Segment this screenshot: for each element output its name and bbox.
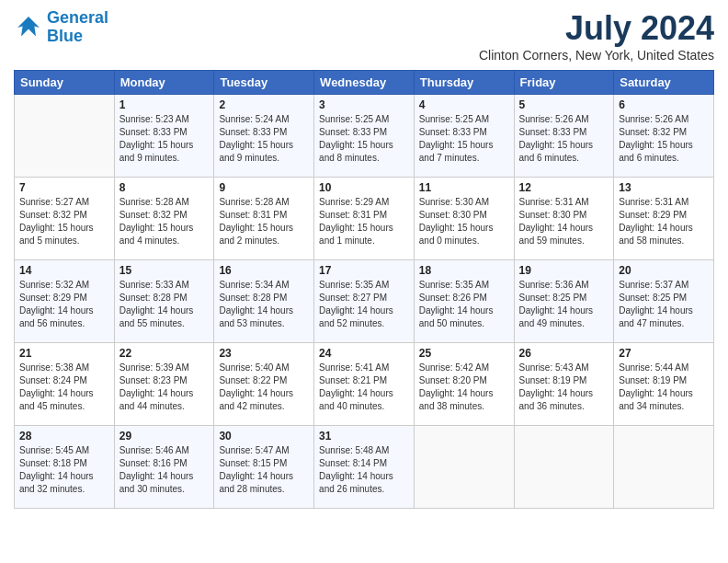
day-number: 11 bbox=[419, 181, 509, 194]
day-info: Sunrise: 5:34 AM Sunset: 8:28 PM Dayligh… bbox=[219, 279, 309, 330]
calendar-cell: 17Sunrise: 5:35 AM Sunset: 8:27 PM Dayli… bbox=[314, 260, 415, 343]
weekday-header-friday: Friday bbox=[514, 71, 614, 95]
day-info: Sunrise: 5:35 AM Sunset: 8:27 PM Dayligh… bbox=[319, 279, 409, 330]
calendar-cell: 26Sunrise: 5:43 AM Sunset: 8:19 PM Dayli… bbox=[514, 343, 614, 426]
calendar-cell: 3Sunrise: 5:25 AM Sunset: 8:33 PM Daylig… bbox=[314, 95, 415, 178]
day-number: 31 bbox=[319, 430, 409, 442]
day-number: 16 bbox=[219, 264, 309, 277]
month-title: July 2024 bbox=[479, 9, 714, 48]
day-info: Sunrise: 5:33 AM Sunset: 8:28 PM Dayligh… bbox=[119, 279, 210, 330]
calendar-cell: 16Sunrise: 5:34 AM Sunset: 8:28 PM Dayli… bbox=[214, 260, 314, 343]
weekday-header-monday: Monday bbox=[114, 71, 214, 95]
calendar-cell: 18Sunrise: 5:35 AM Sunset: 8:26 PM Dayli… bbox=[414, 260, 514, 343]
day-number: 22 bbox=[119, 347, 210, 360]
location: Clinton Corners, New York, United States bbox=[479, 48, 714, 63]
day-info: Sunrise: 5:26 AM Sunset: 8:33 PM Dayligh… bbox=[519, 113, 609, 165]
calendar-cell bbox=[15, 95, 115, 178]
calendar-cell: 19Sunrise: 5:36 AM Sunset: 8:25 PM Dayli… bbox=[514, 260, 614, 343]
svg-marker-0 bbox=[17, 17, 40, 37]
day-number: 30 bbox=[219, 430, 309, 442]
day-number: 2 bbox=[219, 98, 309, 111]
day-number: 9 bbox=[219, 181, 309, 194]
logo: General Blue bbox=[14, 9, 108, 46]
day-info: Sunrise: 5:36 AM Sunset: 8:25 PM Dayligh… bbox=[519, 279, 609, 330]
day-number: 15 bbox=[119, 264, 210, 277]
day-info: Sunrise: 5:43 AM Sunset: 8:19 PM Dayligh… bbox=[519, 362, 609, 413]
weekday-header-wednesday: Wednesday bbox=[314, 71, 415, 95]
calendar-cell: 6Sunrise: 5:26 AM Sunset: 8:32 PM Daylig… bbox=[614, 95, 714, 178]
day-info: Sunrise: 5:29 AM Sunset: 8:31 PM Dayligh… bbox=[319, 196, 409, 247]
day-number: 4 bbox=[419, 98, 509, 111]
calendar-cell: 21Sunrise: 5:38 AM Sunset: 8:24 PM Dayli… bbox=[15, 343, 115, 426]
day-info: Sunrise: 5:38 AM Sunset: 8:24 PM Dayligh… bbox=[19, 362, 109, 413]
day-info: Sunrise: 5:44 AM Sunset: 8:19 PM Dayligh… bbox=[619, 362, 709, 413]
day-info: Sunrise: 5:46 AM Sunset: 8:16 PM Dayligh… bbox=[119, 444, 210, 496]
day-number: 26 bbox=[519, 347, 609, 360]
day-info: Sunrise: 5:42 AM Sunset: 8:20 PM Dayligh… bbox=[419, 362, 509, 413]
day-number: 27 bbox=[619, 347, 709, 360]
day-info: Sunrise: 5:32 AM Sunset: 8:29 PM Dayligh… bbox=[19, 279, 109, 330]
day-info: Sunrise: 5:28 AM Sunset: 8:31 PM Dayligh… bbox=[219, 196, 309, 247]
day-number: 3 bbox=[319, 98, 409, 111]
day-number: 24 bbox=[319, 347, 409, 360]
calendar-cell: 28Sunrise: 5:45 AM Sunset: 8:18 PM Dayli… bbox=[15, 426, 115, 509]
calendar-cell: 24Sunrise: 5:41 AM Sunset: 8:21 PM Dayli… bbox=[314, 343, 415, 426]
calendar-cell: 13Sunrise: 5:31 AM Sunset: 8:29 PM Dayli… bbox=[614, 178, 714, 260]
calendar-table: SundayMondayTuesdayWednesdayThursdayFrid… bbox=[14, 70, 714, 509]
title-block: July 2024 Clinton Corners, New York, Uni… bbox=[479, 9, 714, 63]
calendar-cell: 23Sunrise: 5:40 AM Sunset: 8:22 PM Dayli… bbox=[214, 343, 314, 426]
calendar-cell: 5Sunrise: 5:26 AM Sunset: 8:33 PM Daylig… bbox=[514, 95, 614, 178]
weekday-header-saturday: Saturday bbox=[614, 71, 714, 95]
day-info: Sunrise: 5:37 AM Sunset: 8:25 PM Dayligh… bbox=[619, 279, 709, 330]
calendar-cell: 1Sunrise: 5:23 AM Sunset: 8:33 PM Daylig… bbox=[114, 95, 214, 178]
day-info: Sunrise: 5:35 AM Sunset: 8:26 PM Dayligh… bbox=[419, 279, 509, 330]
day-info: Sunrise: 5:47 AM Sunset: 8:15 PM Dayligh… bbox=[219, 444, 309, 496]
calendar-week-row: 7Sunrise: 5:27 AM Sunset: 8:32 PM Daylig… bbox=[15, 178, 714, 260]
weekday-header-sunday: Sunday bbox=[15, 71, 115, 95]
calendar-cell: 12Sunrise: 5:31 AM Sunset: 8:30 PM Dayli… bbox=[514, 178, 614, 260]
day-info: Sunrise: 5:31 AM Sunset: 8:29 PM Dayligh… bbox=[619, 196, 709, 247]
calendar-cell: 8Sunrise: 5:28 AM Sunset: 8:32 PM Daylig… bbox=[114, 178, 214, 260]
logo-icon bbox=[14, 13, 43, 42]
logo-line2: Blue bbox=[47, 27, 83, 45]
calendar-cell bbox=[614, 426, 714, 509]
day-info: Sunrise: 5:40 AM Sunset: 8:22 PM Dayligh… bbox=[219, 362, 309, 413]
calendar-cell: 2Sunrise: 5:24 AM Sunset: 8:33 PM Daylig… bbox=[214, 95, 314, 178]
day-number: 18 bbox=[419, 264, 509, 277]
calendar-week-row: 28Sunrise: 5:45 AM Sunset: 8:18 PM Dayli… bbox=[15, 426, 714, 509]
calendar-cell: 11Sunrise: 5:30 AM Sunset: 8:30 PM Dayli… bbox=[414, 178, 514, 260]
calendar-cell: 4Sunrise: 5:25 AM Sunset: 8:33 PM Daylig… bbox=[414, 95, 514, 178]
day-info: Sunrise: 5:31 AM Sunset: 8:30 PM Dayligh… bbox=[519, 196, 609, 247]
day-number: 12 bbox=[519, 181, 609, 194]
day-number: 29 bbox=[119, 430, 210, 442]
weekday-header-tuesday: Tuesday bbox=[214, 71, 314, 95]
day-number: 10 bbox=[319, 181, 409, 194]
day-number: 5 bbox=[519, 98, 609, 111]
calendar-header-row: SundayMondayTuesdayWednesdayThursdayFrid… bbox=[15, 71, 714, 95]
day-number: 23 bbox=[219, 347, 309, 360]
day-number: 17 bbox=[319, 264, 409, 277]
calendar-cell: 22Sunrise: 5:39 AM Sunset: 8:23 PM Dayli… bbox=[114, 343, 214, 426]
calendar-cell bbox=[414, 426, 514, 509]
calendar-cell: 10Sunrise: 5:29 AM Sunset: 8:31 PM Dayli… bbox=[314, 178, 415, 260]
day-number: 6 bbox=[619, 98, 709, 111]
day-number: 21 bbox=[19, 347, 109, 360]
day-info: Sunrise: 5:39 AM Sunset: 8:23 PM Dayligh… bbox=[119, 362, 210, 413]
calendar-cell: 7Sunrise: 5:27 AM Sunset: 8:32 PM Daylig… bbox=[15, 178, 115, 260]
day-number: 20 bbox=[619, 264, 709, 277]
page-header: General Blue July 2024 Clinton Corners, … bbox=[14, 9, 714, 63]
day-number: 1 bbox=[119, 98, 210, 111]
calendar-cell: 15Sunrise: 5:33 AM Sunset: 8:28 PM Dayli… bbox=[114, 260, 214, 343]
logo-line1: General bbox=[47, 8, 108, 27]
calendar-cell: 20Sunrise: 5:37 AM Sunset: 8:25 PM Dayli… bbox=[614, 260, 714, 343]
calendar-week-row: 1Sunrise: 5:23 AM Sunset: 8:33 PM Daylig… bbox=[15, 95, 714, 178]
weekday-header-thursday: Thursday bbox=[414, 71, 514, 95]
calendar-cell bbox=[514, 426, 614, 509]
day-number: 14 bbox=[19, 264, 109, 277]
calendar-cell: 30Sunrise: 5:47 AM Sunset: 8:15 PM Dayli… bbox=[214, 426, 314, 509]
day-number: 19 bbox=[519, 264, 609, 277]
day-number: 7 bbox=[19, 181, 109, 194]
calendar-cell: 29Sunrise: 5:46 AM Sunset: 8:16 PM Dayli… bbox=[114, 426, 214, 509]
day-info: Sunrise: 5:25 AM Sunset: 8:33 PM Dayligh… bbox=[319, 113, 409, 165]
day-info: Sunrise: 5:27 AM Sunset: 8:32 PM Dayligh… bbox=[19, 196, 109, 247]
